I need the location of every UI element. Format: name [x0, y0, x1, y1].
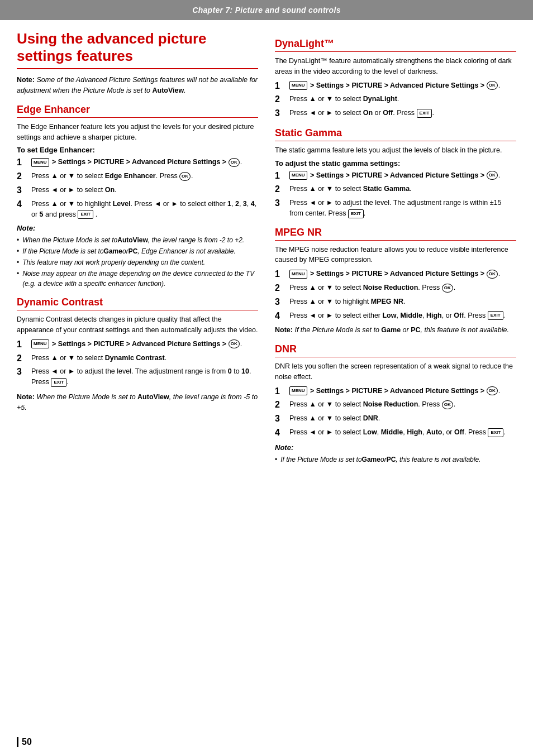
- page: Chapter 7: Picture and sound controls Us…: [0, 0, 533, 756]
- mn-step-4: 4 Press ◄ or ► to select either Low, Mid…: [275, 310, 516, 322]
- dnr-note-title: Note:: [275, 443, 516, 452]
- dnr-step-2: 2 Press ▲ or ▼ to select Noise Reduction…: [275, 399, 516, 411]
- step-4: 4 Press ▲ or ▼ to highlight Level. Press…: [17, 199, 258, 220]
- mpeg-nr-title: MPEG NR: [275, 227, 516, 241]
- dc-note: Note: When the Picture Mode is set to Au…: [17, 392, 258, 413]
- dl-step-3: 3 Press ◄ or ► to select On or Off. Pres…: [275, 108, 516, 119]
- menu-icon-dnr: MENU: [289, 386, 307, 395]
- edge-enhancer-steps: 1 MENU > Settings > PICTURE > Advanced P…: [17, 157, 258, 219]
- menu-icon-sg: MENU: [289, 171, 307, 180]
- chapter-title: Chapter 7: Picture and sound controls: [192, 6, 340, 15]
- dynalight-title: DynaLight™: [275, 38, 516, 52]
- sg-step-3: 3 Press ◄ or ► to adjust the level. The …: [275, 198, 516, 219]
- step-3: 3 Press ◄ or ► to select On.: [17, 185, 258, 197]
- menu-icon: MENU: [31, 158, 49, 167]
- dnr-title: DNR: [275, 343, 516, 357]
- ok-icon-2: OK: [179, 172, 191, 181]
- dnr-steps: 1 MENU > Settings > PICTURE > Advanced P…: [275, 386, 516, 439]
- dynamic-contrast-body: Dynamic Contrast detects changes in pict…: [17, 314, 258, 336]
- menu-icon-dl: MENU: [289, 81, 307, 90]
- exit-icon-mn: EXIT: [488, 311, 503, 320]
- mn-step-3: 3 Press ▲ or ▼ to highlight MPEG NR.: [275, 296, 516, 308]
- ok-icon: OK: [229, 158, 240, 167]
- dnr-body: DNR lets you soften the screen represent…: [275, 361, 516, 382]
- step-1: 1 MENU > Settings > PICTURE > Advanced P…: [17, 157, 258, 169]
- mpeg-nr-body: The MPEG noise reduction feature allows …: [275, 245, 516, 266]
- sg-step-2: 2 Press ▲ or ▼ to select Static Gamma.: [275, 184, 516, 195]
- edge-enhancer-body: The Edge Enhancer feature lets you adjus…: [17, 122, 258, 143]
- dnr-step-3: 3 Press ▲ or ▼ to select DNR.: [275, 413, 516, 425]
- dc-step-2: 2 Press ▲ or ▼ to select Dynamic Contras…: [17, 353, 258, 365]
- edge-enhancer-notes: When the Picture Mode is set to AutoView…: [17, 235, 258, 289]
- ok-icon-dnr2: OK: [442, 400, 453, 409]
- note-item-1: When the Picture Mode is set to AutoView…: [17, 235, 258, 245]
- ok-icon-mn2: OK: [442, 284, 453, 293]
- page-number: 50: [17, 737, 32, 747]
- edge-enhancer-note-title: Note:: [17, 224, 258, 232]
- static-gamma-steps: 1 MENU > Settings > PICTURE > Advanced P…: [275, 170, 516, 219]
- dynalight-steps: 1 MENU > Settings > PICTURE > Advanced P…: [275, 80, 516, 119]
- ok-icon-sg: OK: [487, 171, 498, 180]
- exit-icon-dl: EXIT: [417, 109, 432, 118]
- static-gamma-subsection: To adjust the static gamma settings:: [275, 159, 516, 168]
- mn-step-1: 1 MENU > Settings > PICTURE > Advanced P…: [275, 269, 516, 280]
- note-item-4: Noise may appear on the image depending …: [17, 269, 258, 289]
- mpeg-nr-steps: 1 MENU > Settings > PICTURE > Advanced P…: [275, 269, 516, 322]
- intro-note: Note: Some of the Advanced Picture Setti…: [17, 75, 258, 96]
- dynamic-contrast-title: Dynamic Contrast: [17, 296, 258, 310]
- note-text: Some of the Advanced Picture Settings fe…: [17, 76, 258, 94]
- ok-icon-dl: OK: [487, 81, 498, 90]
- static-gamma-body: The static gamma feature lets you adjust…: [275, 145, 516, 156]
- dl-step-2: 2 Press ▲ or ▼ to select DynaLight.: [275, 94, 516, 106]
- left-column: Using the advanced picture settings feat…: [17, 30, 258, 720]
- exit-icon: EXIT: [78, 210, 93, 219]
- dnr-step-1: 1 MENU > Settings > PICTURE > Advanced P…: [275, 386, 516, 398]
- mn-step-2: 2 Press ▲ or ▼ to select Noise Reduction…: [275, 283, 516, 294]
- main-content: Using the advanced picture settings feat…: [0, 20, 533, 731]
- ok-icon-dc: OK: [229, 339, 240, 348]
- dnr-note-item-1: If the Picture Mode is set to Game or PC…: [275, 454, 516, 465]
- note-item-2: If the Picture Mode is set to Game or PC…: [17, 246, 258, 256]
- dnr-step-4: 4 Press ◄ or ► to select Low, Middle, Hi…: [275, 427, 516, 439]
- dynamic-contrast-steps: 1 MENU > Settings > PICTURE > Advanced P…: [17, 339, 258, 387]
- ok-icon-dnr: OK: [487, 386, 498, 395]
- sg-step-1: 1 MENU > Settings > PICTURE > Advanced P…: [275, 170, 516, 182]
- static-gamma-title: Static Gamma: [275, 127, 516, 141]
- dc-step-1: 1 MENU > Settings > PICTURE > Advanced P…: [17, 339, 258, 351]
- right-column: DynaLight™ The DynaLight™ feature automa…: [275, 30, 516, 720]
- note-label: Note:: [17, 76, 35, 84]
- autoview-bold: AutoView: [153, 87, 184, 94]
- note-item-3: This feature may not work properly depen…: [17, 257, 258, 267]
- dc-step-3: 3 Press ◄ or ► to adjust the level. The …: [17, 366, 258, 387]
- dynalight-body: The DynaLight™ feature automatically str…: [275, 56, 516, 77]
- dnr-notes: If the Picture Mode is set to Game or PC…: [275, 454, 516, 465]
- step-2: 2 Press ▲ or ▼ to select Edge Enhancer. …: [17, 171, 258, 183]
- menu-icon-dc: MENU: [31, 339, 49, 348]
- chapter-header: Chapter 7: Picture and sound controls: [0, 0, 533, 20]
- exit-icon-dnr: EXIT: [488, 428, 503, 437]
- edge-enhancer-subsection: To set Edge Enhancer:: [17, 146, 258, 154]
- exit-icon-sg: EXIT: [348, 209, 364, 218]
- exit-icon-dc: EXIT: [51, 378, 66, 387]
- mpeg-nr-note: Note: If the Picture Mode is set to Game…: [275, 325, 516, 336]
- dl-step-1: 1 MENU > Settings > PICTURE > Advanced P…: [275, 80, 516, 92]
- edge-enhancer-title: Edge Enhancer: [17, 104, 258, 118]
- page-title: Using the advanced picture settings feat…: [17, 30, 258, 69]
- menu-icon-mn: MENU: [289, 270, 307, 279]
- ok-icon-mn: OK: [487, 270, 498, 279]
- page-footer: 50: [0, 731, 533, 756]
